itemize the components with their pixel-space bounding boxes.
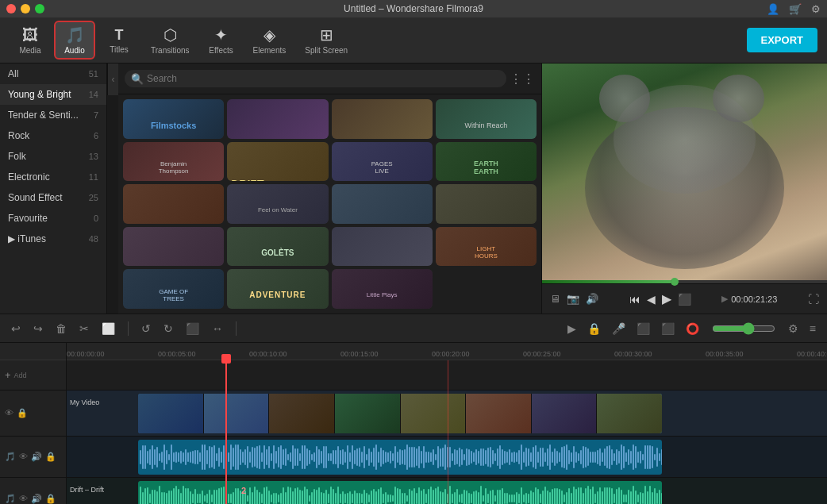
audio-card-row4a[interactable]: LIGHTHOURS: [436, 227, 537, 267]
audio-thumb-row4d: Little Plays: [332, 269, 433, 309]
sidebar-item-favourite[interactable]: Favourite 0: [0, 208, 106, 229]
detach-button[interactable]: ⬛: [658, 321, 678, 337]
audio-search-bar: 🔍 ⋮⋮: [118, 63, 541, 94]
undo-button[interactable]: ↩: [8, 321, 24, 337]
audio-card-filmstocks[interactable]: Filmstocks More Effects: [123, 99, 224, 139]
toolbar-item-elements[interactable]: ◈ Elements: [245, 22, 294, 58]
time-ruler: 00:00:00:00 00:00:05:00 00:00:10:00 00:0…: [67, 343, 827, 360]
sidebar-item-all[interactable]: All 51: [0, 63, 106, 84]
audio-track-1[interactable]: // Generate waveform bars: [67, 437, 827, 478]
sidebar-item-tender[interactable]: Tender & Senti... 7: [0, 105, 106, 125]
redo-button[interactable]: ↪: [30, 321, 46, 337]
audio-card-garret2[interactable]: Garret...r Dust: [123, 227, 224, 267]
settings-icon[interactable]: ⚙: [811, 3, 821, 15]
video-track-content[interactable]: [138, 394, 662, 433]
sidebar-label-tender: Tender & Senti...: [8, 110, 79, 121]
main-toolbar: 🖼 Media 🎵 Audio T Titles ⬡ Transitions ✦…: [0, 17, 827, 63]
lock-audio-icon[interactable]: 🔒: [45, 452, 56, 462]
toolbar-item-transitions[interactable]: ⬡ Transitions: [143, 22, 198, 58]
toolbar-item-splitscreen[interactable]: ⊞ Split Screen: [297, 22, 356, 58]
speed-button[interactable]: ↔: [209, 321, 226, 337]
sidebar-item-young-bright[interactable]: Young & Bright 14: [0, 84, 106, 105]
play-button[interactable]: ▶: [662, 291, 671, 306]
sidebar-label-all: All: [8, 68, 18, 79]
maximize-button[interactable]: [35, 4, 44, 13]
preview-progress-handle[interactable]: [671, 278, 679, 286]
audio-card-drift1[interactable]: DRIFT Drift – D: [227, 142, 328, 182]
stop-button[interactable]: ⬛: [678, 293, 691, 306]
audio-card-feet[interactable]: Feel on Water Feet...Moment: [227, 184, 328, 224]
search-input[interactable]: [125, 70, 506, 87]
sidebar-item-sound-effect[interactable]: Sound Effect 25: [0, 187, 106, 208]
audio-card-alway[interactable]: Alway...orever: [332, 99, 433, 139]
audio-card-reach[interactable]: Within Reach Alway...Reach: [436, 99, 537, 139]
crop-button[interactable]: ⬜: [98, 321, 118, 337]
skip-back-button[interactable]: ⏮: [629, 293, 640, 306]
more-button[interactable]: ≡: [806, 321, 819, 337]
mic-button[interactable]: 🎤: [609, 321, 629, 337]
eye-audio-icon[interactable]: 👁: [19, 452, 28, 462]
delete-button[interactable]: 🗑: [52, 321, 70, 337]
cart-icon[interactable]: 🛒: [789, 3, 802, 15]
audio-card-earth[interactable]: EARTHEARTH Earth...mories: [436, 142, 537, 182]
volume-icon[interactable]: 🔊: [586, 293, 598, 305]
settings-timeline-button[interactable]: ⚙: [785, 321, 802, 337]
minimize-button[interactable]: [21, 4, 30, 13]
audio-card-benja[interactable]: BenjaminThompson Benja...Lullaby: [123, 142, 224, 182]
add-track-area[interactable]: + Add: [0, 360, 66, 391]
loop-button[interactable]: ⭕: [683, 321, 702, 337]
screen-icon[interactable]: 🖥: [550, 293, 560, 305]
audio-track-2[interactable]: Drift – Drift 2: [67, 478, 827, 504]
sidebar-item-electronic[interactable]: Electronic 11: [0, 167, 106, 187]
preview-progress-bar[interactable]: [542, 280, 827, 283]
audio-card-row4d[interactable]: Little Plays: [332, 269, 433, 309]
export-button[interactable]: EXPORT: [747, 28, 817, 52]
audio-card-row4c[interactable]: ADVENTURE: [227, 269, 328, 309]
user-icon[interactable]: 👤: [767, 3, 779, 15]
toolbar-item-effects[interactable]: ✦ Effects: [201, 22, 242, 58]
sidebar-item-rock[interactable]: Rock 6: [0, 125, 106, 146]
audio-card-eldar[interactable]: Eldar...And Me: [123, 184, 224, 224]
step-back-button[interactable]: ◀: [647, 293, 656, 306]
sidebar-item-folk[interactable]: Folk 13: [0, 146, 106, 167]
audio-card-row4b[interactable]: GAME OFTREES: [123, 269, 224, 309]
grid-options-icon[interactable]: ⋮⋮: [510, 71, 535, 87]
audio-card-drift2[interactable]: PAGESLIVE Drift –...s Turn: [332, 142, 433, 182]
lock-audio2-icon[interactable]: 🔒: [45, 494, 56, 504]
toolbar-item-titles[interactable]: T Titles: [98, 24, 140, 57]
fullscreen-icon[interactable]: ⛶: [808, 293, 819, 306]
audio-track-2-content: 2: [138, 481, 662, 504]
audio-card-verve[interactable]: A-GR... Verve: [227, 99, 328, 139]
zoom-slider[interactable]: [712, 322, 775, 335]
audio-card-garret1[interactable]: Garret...nfinite: [436, 184, 537, 224]
volume-track-icon[interactable]: 🔊: [31, 452, 42, 462]
close-button[interactable]: [6, 4, 16, 13]
window-controls[interactable]: [6, 4, 44, 13]
split-button[interactable]: ⬛: [183, 321, 202, 337]
titles-icon: T: [115, 27, 124, 44]
lock-button[interactable]: 🔒: [584, 321, 604, 337]
cut-button[interactable]: ✂: [76, 321, 92, 337]
camera-icon[interactable]: 📷: [567, 293, 579, 305]
sidebar-collapse-button[interactable]: ‹: [107, 63, 118, 95]
sidebar-item-itunes[interactable]: ▶ iTunes 48: [0, 229, 106, 249]
video-track[interactable]: My Video: [67, 391, 827, 437]
rotate-right-button[interactable]: ↻: [160, 321, 176, 337]
eye-audio2-icon[interactable]: 👁: [19, 494, 28, 504]
toolbar-item-media[interactable]: 🖼 Media: [10, 23, 51, 58]
volume-track2-icon[interactable]: 🔊: [31, 494, 42, 504]
audio-card-lady[interactable]: Lady...nd Sky: [332, 227, 433, 267]
audio-card-feet2[interactable]: Feet o...wn: [332, 184, 433, 224]
audio-card-gole[interactable]: GOLÈTS GOLE...Slaves: [227, 227, 328, 267]
time-mark-15: 00:00:15:00: [340, 350, 379, 358]
eye-icon[interactable]: 👁: [5, 408, 13, 418]
rotate-left-button[interactable]: ↺: [138, 321, 154, 337]
audio-thumb-drift1: DRIFT: [227, 142, 328, 182]
snap-button[interactable]: ⬛: [633, 321, 653, 337]
sidebar-count-itunes: 48: [89, 234, 98, 244]
lock-track-icon[interactable]: 🔒: [17, 408, 28, 418]
waveform-2: [138, 481, 662, 504]
play-timeline-button[interactable]: ▶: [564, 321, 579, 337]
audio-thumb-alway: [332, 99, 433, 139]
toolbar-item-audio[interactable]: 🎵 Audio: [54, 21, 95, 60]
